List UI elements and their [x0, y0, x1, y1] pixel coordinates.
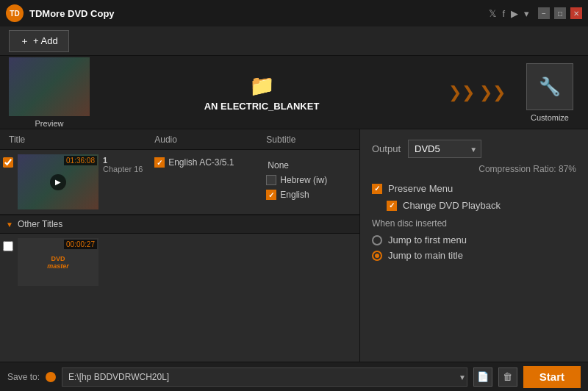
preserve-menu-label: Preserve Menu	[388, 183, 453, 194]
table-row: 01:36:08 ▶ 1 Chapter 16 ✓	[0, 150, 359, 215]
radio-main-title-label: Jump to main title	[388, 250, 463, 261]
other-thumbnail: DVD master 00:00:27	[18, 238, 98, 286]
logo-text: TD	[10, 10, 19, 18]
bottom-bar: Save to: ▼ 📄 🗑 Start	[0, 362, 588, 391]
browse-file-button[interactable]: 📄	[473, 367, 492, 387]
column-headers: Title Audio Subtitle	[0, 129, 359, 150]
audio-column: ✓ English AC-3/5.1	[154, 154, 266, 168]
start-button[interactable]: Start	[523, 366, 581, 388]
subtitle-checkbox-hebrew[interactable]	[266, 175, 276, 185]
main-content: Title Audio Subtitle 01:36:08 ▶	[0, 129, 588, 362]
subtitle-label-hebrew: Hebrew (iw)	[280, 175, 327, 185]
customize-section: 🔧 Customize	[520, 63, 579, 122]
save-dot-icon	[46, 372, 56, 382]
other-title-checkbox[interactable]	[3, 241, 13, 251]
preserve-menu-row: ✓ Preserve Menu	[372, 183, 576, 194]
list-item: ✓ English AC-3/5.1	[154, 157, 266, 168]
customize-button[interactable]: 🔧	[526, 63, 573, 110]
change-playback-row: ✓ Change DVD Playback	[372, 200, 576, 211]
title-thumbnail: 01:36:08 ▶	[18, 154, 98, 209]
title-duration: 01:36:08	[64, 156, 97, 165]
main-title-section: 01:36:08 ▶ 1 Chapter 16 ✓	[0, 150, 359, 215]
subtitle-none: None	[266, 157, 289, 171]
youtube-icon[interactable]: ▶	[511, 8, 518, 19]
customize-label: Customize	[531, 113, 569, 122]
preserve-menu-checkbox[interactable]: ✓	[372, 184, 382, 194]
output-select[interactable]: DVD5 DVD9	[408, 140, 481, 158]
list-item: Hebrew (iw)	[266, 175, 356, 185]
minimize-button[interactable]: −	[538, 7, 550, 19]
other-titles-header[interactable]: ▼ Other Titles	[0, 215, 359, 234]
compression-ratio: Compression Ratio: 87%	[372, 164, 576, 174]
list-item: None	[266, 157, 356, 171]
dvd-label-line2: master	[47, 262, 69, 270]
titles-container: 01:36:08 ▶ 1 Chapter 16 ✓	[0, 150, 359, 362]
radio-row-main-title: Jump to main title	[372, 250, 576, 261]
arrow-chevron-1: ❯❯	[448, 83, 475, 102]
more-icon[interactable]: ▾	[524, 8, 529, 19]
preview-area: Preview 📁 AN ELECTRIC_BLANKET ❯❯ ❯❯ 🔧 Cu…	[0, 56, 588, 129]
arrow-section: ❯❯ ❯❯	[434, 83, 520, 102]
app-title: TDMore DVD Copy	[29, 8, 489, 19]
title-chapter: Chapter 16	[103, 165, 143, 173]
social-icons-group: 𝕏 f ▶ ▾	[489, 8, 529, 19]
preview-label: Preview	[35, 119, 63, 128]
output-select-wrapper: DVD5 DVD9 ▼	[408, 140, 481, 158]
output-row: Output DVD5 DVD9 ▼	[372, 140, 576, 158]
source-folder-icon: 📁	[249, 73, 275, 98]
app-logo: TD	[6, 4, 24, 22]
add-button[interactable]: ＋ + Add	[9, 30, 69, 52]
col-title-header: Title	[3, 134, 154, 145]
radio-main-title[interactable]	[372, 251, 382, 261]
radio-row-first-menu: Jump to first menu	[372, 234, 576, 245]
change-playback-checkbox[interactable]: ✓	[387, 201, 397, 211]
twitter-icon[interactable]: 𝕏	[489, 8, 496, 19]
save-to-label: Save to:	[7, 372, 40, 382]
audio-label-1: English AC-3/5.1	[168, 157, 234, 168]
maximize-button[interactable]: □	[554, 7, 566, 19]
right-panel: Output DVD5 DVD9 ▼ Compression Ratio: 87…	[360, 129, 588, 362]
subtitle-column: None Hebrew (iw) ✓ English	[266, 154, 356, 200]
left-panel: Title Audio Subtitle 01:36:08 ▶	[0, 129, 360, 362]
source-name: AN ELECTRIC_BLANKET	[204, 101, 320, 112]
folder-icon: 🗑	[503, 371, 512, 382]
title-checkbox[interactable]	[3, 157, 13, 168]
audio-checkbox-1[interactable]: ✓	[154, 157, 165, 168]
change-playback-label: Change DVD Playback	[403, 200, 501, 211]
subtitle-checkbox-english[interactable]: ✓	[266, 190, 276, 200]
col-audio-header: Audio	[154, 134, 266, 145]
table-row: DVD master 00:00:27	[0, 234, 359, 290]
titlebar: TD TDMore DVD Copy 𝕏 f ▶ ▾ − □ ✕	[0, 0, 588, 26]
dvd-label-line1: DVD	[47, 255, 69, 262]
save-path-wrapper: ▼	[62, 367, 467, 387]
title-meta: 1 Chapter 16	[103, 156, 143, 173]
subtitle-label-english: English	[280, 190, 309, 200]
file-icon: 📄	[477, 371, 489, 382]
toolbar: ＋ + Add	[0, 26, 588, 56]
radio-first-menu-label: Jump to first menu	[388, 234, 467, 245]
other-titles-label: Other Titles	[18, 219, 62, 229]
preview-section: Preview	[9, 57, 90, 128]
title-thumb-area: 01:36:08 ▶ 1 Chapter 16	[3, 154, 154, 209]
other-duration: 00:00:27	[64, 240, 97, 249]
other-thumb-area: DVD master 00:00:27	[3, 238, 157, 286]
add-label: + Add	[33, 35, 58, 46]
when-disc-inserted-label: When disc inserted	[372, 218, 576, 229]
collapse-icon: ▼	[6, 220, 13, 229]
title-number: 1	[103, 156, 143, 165]
close-button[interactable]: ✕	[570, 7, 582, 19]
window-controls: − □ ✕	[538, 7, 582, 19]
customize-icon: 🔧	[539, 76, 561, 97]
facebook-icon[interactable]: f	[502, 8, 505, 19]
play-icon[interactable]: ▶	[50, 174, 66, 190]
arrow-chevron-2: ❯❯	[479, 83, 506, 102]
source-info: 📁 AN ELECTRIC_BLANKET	[90, 73, 434, 112]
col-subtitle-header: Subtitle	[266, 134, 356, 145]
radio-first-menu[interactable]	[372, 235, 382, 245]
preview-thumbnail[interactable]	[9, 57, 90, 116]
browse-folder-button[interactable]: 🗑	[498, 367, 517, 387]
list-item: ✓ English	[266, 190, 356, 200]
output-label: Output	[372, 143, 401, 154]
add-icon: ＋	[20, 35, 29, 48]
save-path-input[interactable]	[62, 367, 467, 387]
